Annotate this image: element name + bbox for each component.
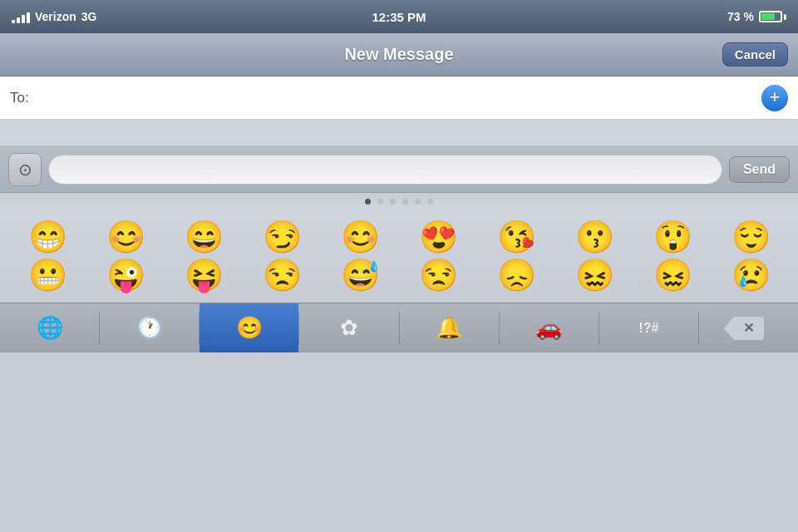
emoji-sweat-smile[interactable]: 😅 (341, 259, 380, 291)
tab-flower[interactable]: ✿ (299, 303, 398, 352)
delete-shape: ✕ (732, 317, 764, 340)
emoji-keyboard: 😁 😊 😄 😏 😊 😍 😘 😗 😲 😌 😬 😜 😝 😒 😅 😒 😞 😖 😖 😢 (0, 209, 798, 303)
emoji-cry[interactable]: 😢 (732, 259, 771, 291)
emoji-icon: 😊 (236, 315, 263, 341)
emoji-astonished[interactable]: 😲 (653, 221, 692, 253)
battery-icon (759, 11, 786, 22)
tab-symbols[interactable]: !?# (599, 303, 698, 352)
page-dot-4 (402, 199, 408, 204)
tab-bell[interactable]: 🔔 (400, 303, 499, 352)
status-right: 73 % (727, 10, 786, 23)
time-display: 12:35 PM (372, 10, 426, 24)
tab-transport[interactable]: 🚗 (500, 303, 598, 352)
to-field: To: + (0, 76, 798, 120)
globe-icon: 🌐 (37, 315, 63, 341)
emoji-smile[interactable]: 😊 (106, 221, 145, 253)
add-recipient-button[interactable]: + (761, 85, 788, 111)
nav-bar: New Message Cancel (0, 33, 798, 76)
plus-icon: + (770, 88, 781, 106)
to-label: To: (10, 90, 29, 106)
clock-icon: 🕐 (136, 315, 163, 341)
emoji-disappointed[interactable]: 😞 (497, 259, 536, 291)
emoji-heart-eyes[interactable]: 😍 (419, 221, 458, 253)
tab-emoji[interactable]: 😊 (200, 303, 298, 352)
bell-icon: 🔔 (436, 315, 462, 341)
camera-icon: ⊙ (18, 160, 32, 180)
carrier-label: Verizon (35, 10, 76, 23)
subject-strip (0, 120, 798, 146)
battery-fill (761, 13, 775, 20)
page-dot-6 (427, 199, 433, 204)
signal-bar-2 (17, 17, 20, 23)
emoji-grin[interactable]: 😄 (185, 221, 224, 253)
emoji-angry[interactable]: 😖 (653, 259, 692, 291)
delete-icon: ✕ (743, 320, 754, 336)
emoji-grinning[interactable]: 😁 (28, 221, 67, 253)
message-input[interactable] (48, 155, 722, 185)
keyboard-tab-bar: 🌐 🕐 😊 ✿ 🔔 🚗 !?# ✕ (0, 303, 798, 352)
emoji-wink-tongue[interactable]: 😜 (106, 259, 145, 291)
message-bar: ⊙ Send (0, 146, 798, 193)
cancel-button[interactable]: Cancel (722, 42, 788, 66)
battery-tip (784, 14, 786, 20)
signal-bars (12, 10, 30, 23)
emoji-row-2: 😬 😜 😝 😒 😅 😒 😞 😖 😖 😢 (0, 256, 798, 294)
page-dot-1 (365, 199, 371, 204)
page-dot-5 (415, 199, 421, 204)
car-icon: 🚗 (535, 315, 562, 341)
emoji-unamused[interactable]: 😒 (263, 259, 302, 291)
emoji-tongue[interactable]: 😝 (185, 259, 224, 291)
tab-recent[interactable]: 🕐 (100, 303, 199, 352)
emoji-blush[interactable]: 😊 (341, 221, 380, 253)
send-button[interactable]: Send (729, 156, 790, 183)
emoji-row-1: 😁 😊 😄 😏 😊 😍 😘 😗 😲 😌 (0, 218, 798, 256)
battery-body (759, 11, 782, 22)
battery-percent: 73 % (727, 10, 754, 23)
signal-bar-3 (22, 15, 25, 23)
status-left: Verizon 3G (12, 10, 96, 23)
nav-title: New Message (344, 45, 453, 64)
page-dot-3 (390, 199, 396, 204)
symbols-icon: !?# (638, 321, 658, 336)
flower-icon: ✿ (340, 315, 358, 341)
camera-button[interactable]: ⊙ (8, 153, 42, 186)
delete-button[interactable]: ✕ (699, 303, 798, 352)
emoji-relieved[interactable]: 😌 (732, 221, 771, 253)
signal-bar-1 (12, 20, 15, 23)
to-input[interactable] (36, 90, 761, 106)
emoji-kiss-heart[interactable]: 😘 (497, 221, 536, 253)
signal-bar-4 (27, 12, 30, 23)
emoji-sleepy[interactable]: 😒 (419, 259, 458, 291)
status-bar: Verizon 3G 12:35 PM 73 % (0, 0, 798, 33)
emoji-confounded[interactable]: 😖 (575, 259, 614, 291)
emoji-kiss[interactable]: 😗 (575, 221, 614, 253)
network-label: 3G (81, 10, 97, 23)
page-dot-2 (377, 199, 383, 204)
tab-globe[interactable]: 🌐 (0, 303, 99, 352)
page-dots (0, 193, 798, 209)
emoji-grimace[interactable]: 😬 (28, 259, 67, 291)
emoji-smirk[interactable]: 😏 (263, 221, 302, 253)
